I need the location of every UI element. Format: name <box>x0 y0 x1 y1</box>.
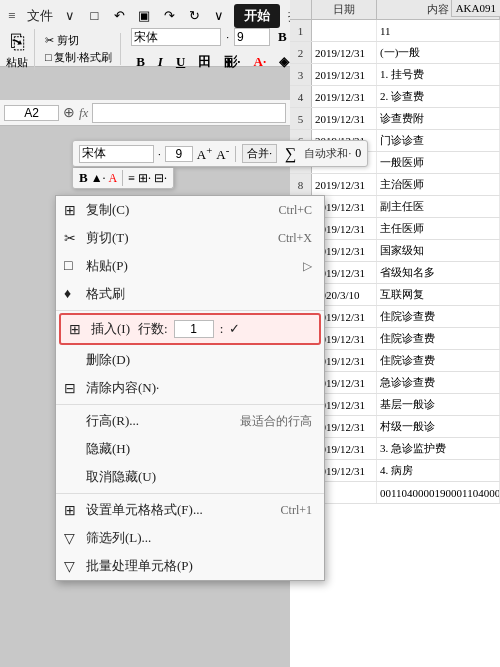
mini-grid[interactable]: ⊞· <box>138 171 151 186</box>
content-cell[interactable]: 省级知名多 <box>377 262 500 283</box>
content-cell[interactable]: 001104000019000110400001 <box>377 482 500 503</box>
date-cell[interactable]: 2019/12/31 <box>312 42 377 63</box>
batch-icon: ▽ <box>64 558 75 575</box>
cut-button[interactable]: ✂ 剪切 <box>45 33 112 48</box>
date-cell[interactable] <box>312 20 377 41</box>
mini-font-color[interactable]: A <box>109 171 118 186</box>
date-cell[interactable]: 2019/12/31 <box>312 108 377 129</box>
underline-btn[interactable]: U <box>171 52 190 72</box>
table-row[interactable]: 1 11 <box>290 20 500 42</box>
content-cell[interactable]: 11 <box>377 20 500 41</box>
row-count-input[interactable] <box>174 320 214 338</box>
ctx-cut-shortcut: Ctrl+X <box>278 231 312 246</box>
content-cell[interactable]: 急诊诊查费 <box>377 372 500 393</box>
content-cell[interactable]: 主治医师 <box>377 174 500 195</box>
paste-sub-icon: ▷ <box>303 259 312 274</box>
bold-btn[interactable]: B <box>273 27 292 47</box>
font-size-input[interactable] <box>234 28 270 46</box>
content-cell[interactable]: 诊查费附 <box>377 108 500 129</box>
ctx-clear[interactable]: ⊟ 清除内容(N)· <box>56 374 324 402</box>
mini-autosum: 自动求和· <box>304 146 351 161</box>
content-cell[interactable]: 主任医师 <box>377 218 500 239</box>
ctx-format-brush[interactable]: ♦ 格式刷 <box>56 280 324 308</box>
ctx-cut[interactable]: ✂ 剪切(T) Ctrl+X <box>56 224 324 252</box>
content-cell[interactable]: 基层一般诊 <box>377 394 500 415</box>
content-cell[interactable]: 1. 挂号费 <box>377 64 500 85</box>
table-row[interactable]: 3 2019/12/31 1. 挂号费 <box>290 64 500 86</box>
ctx-unhide[interactable]: 取消隐藏(U) <box>56 463 324 491</box>
ctx-unhide-label: 取消隐藏(U) <box>86 468 156 486</box>
mini-paint[interactable]: ▲· <box>91 171 106 186</box>
date-cell[interactable]: 2019/12/31 <box>312 64 377 85</box>
content-cell[interactable]: 一般医师 <box>377 152 500 173</box>
mini-size-down[interactable]: A- <box>216 144 229 163</box>
content-cell[interactable]: 3. 急诊监护费 <box>377 438 500 459</box>
clear-icon: ⊟ <box>64 380 76 397</box>
filter-icon: ▽ <box>64 530 75 547</box>
brush-icon: ♦ <box>64 286 71 302</box>
table-row[interactable]: 5 2019/12/31 诊查费附 <box>290 108 500 130</box>
mini-lock[interactable]: ⊟· <box>154 171 167 186</box>
ctx-hide[interactable]: 隐藏(H) <box>56 435 324 463</box>
ctx-cell-format[interactable]: ⊞ 设置单元格格式(F)... Ctrl+1 <box>56 496 324 524</box>
redo2-icon[interactable]: ↻ <box>183 5 205 27</box>
mini-merge-btn[interactable]: 合并· <box>242 144 277 163</box>
content-cell[interactable]: 2. 诊查费 <box>377 86 500 107</box>
undo-icon[interactable]: ↶ <box>108 5 130 27</box>
ctx-copy[interactable]: ⊞ 复制(C) Ctrl+C <box>56 196 324 224</box>
font-name-input[interactable] <box>131 28 221 46</box>
font-color-btn[interactable]: A· <box>249 52 272 72</box>
ctx-sep3 <box>56 493 324 494</box>
table-row[interactable]: 8 2019/12/31 主治医师 <box>290 174 500 196</box>
content-cell[interactable]: 住院诊查费 <box>377 306 500 327</box>
formula-input[interactable] <box>92 103 286 123</box>
content-cell[interactable]: 互联网复 <box>377 284 500 305</box>
row-number: 1 <box>290 20 312 41</box>
bold-format-btn[interactable]: B <box>131 52 150 72</box>
date-col-header: 日期 <box>312 0 377 19</box>
check-icon[interactable]: ✓ <box>229 321 240 337</box>
cell-ref-input[interactable] <box>4 105 59 121</box>
italic-btn[interactable]: I <box>153 52 168 72</box>
clipboard-group: ✂ 剪切 □ 复制·格式刷 <box>45 33 121 65</box>
content-cell[interactable]: (一)一般 <box>377 42 500 63</box>
content-cell[interactable]: 村级一般诊 <box>377 416 500 437</box>
ctx-hide-label: 隐藏(H) <box>86 440 130 458</box>
mini-size-up[interactable]: A+ <box>197 144 213 163</box>
save-icon[interactable]: □ <box>83 5 105 27</box>
ctx-filter[interactable]: ▽ 筛选列(L)... <box>56 524 324 552</box>
content-cell[interactable]: 住院诊查费 <box>377 328 500 349</box>
mini-align-center[interactable]: ≡ <box>128 171 135 186</box>
extra-icon[interactable]: ∨ <box>208 5 230 27</box>
ctx-delete[interactable]: 删除(D) <box>56 346 324 374</box>
table-row[interactable]: 4 2019/12/31 2. 诊查费 <box>290 86 500 108</box>
redo-icon[interactable]: ↷ <box>158 5 180 27</box>
fx-label: fx <box>79 105 88 121</box>
ctx-paste[interactable]: □ 粘贴(P) ▷ <box>56 252 324 280</box>
copy-button[interactable]: □ 复制·格式刷 <box>45 50 112 65</box>
ctx-row-height[interactable]: 行高(R)... 最适合的行高 <box>56 407 324 435</box>
mini-bold2[interactable]: B <box>79 170 88 186</box>
format-btn[interactable]: 彨· <box>219 51 245 73</box>
content-cell[interactable]: 4. 病房 <box>377 460 500 481</box>
paste-button[interactable]: ⎘ <box>11 29 24 55</box>
mini-size-input[interactable] <box>165 146 193 162</box>
date-cell[interactable]: 2019/12/31 <box>312 174 377 195</box>
content-cell[interactable]: 门诊诊查 <box>377 130 500 151</box>
menu-dropdown[interactable]: ∨ <box>61 6 79 26</box>
print-icon[interactable]: ▣ <box>133 5 155 27</box>
border-btn[interactable]: 田 <box>193 51 216 73</box>
date-cell[interactable]: 2019/12/31 <box>312 86 377 107</box>
menu-file[interactable]: 文件 <box>23 5 57 27</box>
ctx-batch[interactable]: ▽ 批量处理单元格(P) <box>56 552 324 580</box>
row-number: 8 <box>290 174 312 195</box>
content-cell[interactable]: 副主任医 <box>377 196 500 217</box>
mini-font-input[interactable] <box>79 145 154 163</box>
mini-separator <box>235 146 236 162</box>
table-row[interactable]: 2 2019/12/31 (一)一般 <box>290 42 500 64</box>
aka-header: AKA091 <box>451 0 500 17</box>
mini-sigma[interactable]: ∑ <box>281 145 300 163</box>
ctx-insert[interactable]: ⊞ 插入(I) 行数: : ✓ <box>59 313 321 345</box>
content-cell[interactable]: 国家级知 <box>377 240 500 261</box>
content-cell[interactable]: 住院诊查费 <box>377 350 500 371</box>
